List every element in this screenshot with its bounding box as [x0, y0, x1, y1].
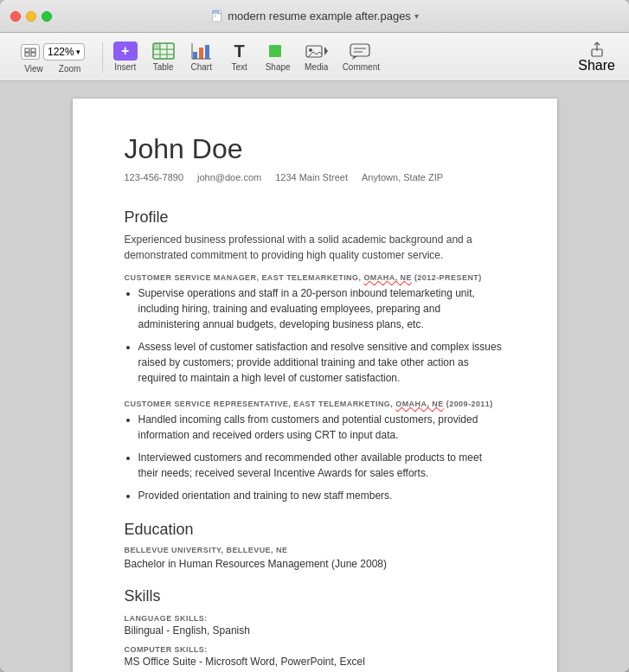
resume-contact: 123-456-7890 john@doe.com 1234 Main Stre… [125, 172, 505, 182]
svg-rect-3 [25, 48, 29, 52]
language-value: Bilingual - English, Spanish [125, 624, 505, 637]
job-1-city: OMAHA, NE [363, 273, 412, 282]
minimize-button[interactable] [26, 11, 36, 22]
language-label: LANGUAGE SKILLS: [125, 614, 505, 623]
list-item: Handled incoming calls from customers an… [138, 412, 505, 443]
text-group[interactable]: T Text [221, 38, 259, 75]
shape-group[interactable]: Shape [259, 38, 298, 75]
list-item: Interviewed customers and recommended ot… [138, 450, 505, 481]
insert-icon: + [113, 42, 138, 61]
shape-label: Shape [266, 62, 291, 72]
svg-point-21 [309, 48, 312, 52]
chart-icon [189, 42, 214, 61]
svg-rect-12 [153, 43, 160, 49]
comment-group[interactable]: Comment [336, 38, 387, 75]
document-icon: ≡ [210, 10, 224, 23]
job-2-bullets: Handled incoming calls from customers an… [138, 412, 505, 503]
media-group[interactable]: Media [298, 38, 336, 75]
contact-city: Anytown, State ZIP [362, 172, 443, 182]
computer-value: MS Office Suite - Microsoft Word, PowerP… [125, 656, 505, 668]
table-icon [151, 42, 176, 61]
view-controls: 122% ▾ [14, 40, 92, 64]
toolbar-divider-1 [102, 42, 103, 73]
profile-heading: Profile [125, 208, 505, 227]
chart-label: Chart [190, 62, 211, 72]
document-area: John Doe 123-456-7890 john@doe.com 1234 … [0, 81, 629, 672]
view-group: 122% ▾ View Zoom [7, 36, 99, 77]
comment-label: Comment [343, 62, 380, 72]
job-2-title: CUSTOMER SERVICE REPRESENTATIVE, EAST TE… [125, 400, 505, 408]
resume-name: John Doe [125, 133, 505, 165]
table-label: Table [153, 62, 174, 72]
share-label: Share [578, 58, 615, 74]
page: John Doe 123-456-7890 john@doe.com 1234 … [73, 99, 557, 672]
contact-phone: 123-456-7890 [125, 172, 184, 182]
share-icon [588, 41, 606, 58]
skills-heading: Skills [125, 587, 505, 605]
list-item: Provided orientation and training to new… [138, 488, 505, 503]
media-icon [305, 42, 329, 61]
table-group[interactable]: Table [144, 38, 183, 75]
zoom-dropdown-arrow: ▾ [76, 48, 80, 56]
dropdown-arrow[interactable]: ▾ [414, 11, 419, 21]
svg-rect-6 [31, 53, 35, 56]
app-window: ≡ modern resume example after.pages ▾ [0, 0, 629, 672]
toolbar: 122% ▾ View Zoom + Insert [0, 33, 629, 81]
list-item: Supervise operations and staff in a 20-p… [138, 285, 505, 332]
svg-rect-15 [205, 45, 209, 59]
zoom-label: Zoom [59, 64, 81, 74]
svg-rect-14 [199, 48, 203, 59]
window-title: ≡ modern resume example after.pages ▾ [210, 10, 419, 23]
close-button[interactable] [10, 11, 21, 22]
media-label: Media [305, 62, 328, 72]
svg-rect-4 [31, 48, 35, 52]
share-button[interactable]: Share [571, 37, 622, 77]
computer-label: COMPUTER SKILLS: [125, 645, 505, 654]
comment-icon [349, 42, 373, 61]
svg-marker-20 [324, 47, 328, 55]
maximize-button[interactable] [42, 11, 52, 22]
insert-label: Insert [114, 62, 136, 72]
svg-rect-22 [350, 44, 369, 56]
edu-degree: Bachelor in Human Resources Management (… [125, 558, 505, 570]
contact-address: 1234 Main Street [275, 172, 348, 182]
insert-group[interactable]: + Insert [106, 38, 144, 75]
document-name: modern resume example after.pages [228, 10, 411, 22]
edu-school: BELLEVUE UNIVERSITY, BELLEVUE, NE [125, 546, 505, 554]
titlebar: ≡ modern resume example after.pages ▾ [0, 0, 629, 33]
view-label: View [24, 64, 43, 74]
contact-email: john@doe.com [197, 172, 261, 182]
svg-rect-18 [269, 45, 281, 57]
svg-rect-13 [193, 52, 197, 59]
zoom-select[interactable]: 122% ▾ [43, 43, 85, 61]
text-icon: T [228, 42, 252, 61]
text-label: Text [232, 62, 247, 72]
traffic-lights [10, 11, 52, 22]
svg-rect-19 [306, 46, 322, 57]
profile-text: Experienced business professional with a… [125, 232, 505, 263]
job-1-title: CUSTOMER SERVICE MANAGER, EAST TELEMARKE… [125, 273, 505, 282]
education-heading: Education [125, 521, 505, 539]
zoom-value: 122% [48, 46, 74, 58]
svg-rect-5 [25, 53, 29, 56]
view-button[interactable] [21, 44, 40, 60]
list-item: Assess level of customer satisfaction an… [138, 339, 505, 386]
job-1-bullets: Supervise operations and staff in a 20-p… [138, 285, 505, 386]
job-2-city: OMAHA, NE [395, 400, 444, 408]
chart-group[interactable]: Chart [183, 38, 221, 75]
shape-icon [266, 42, 290, 61]
view-icon [24, 48, 36, 57]
